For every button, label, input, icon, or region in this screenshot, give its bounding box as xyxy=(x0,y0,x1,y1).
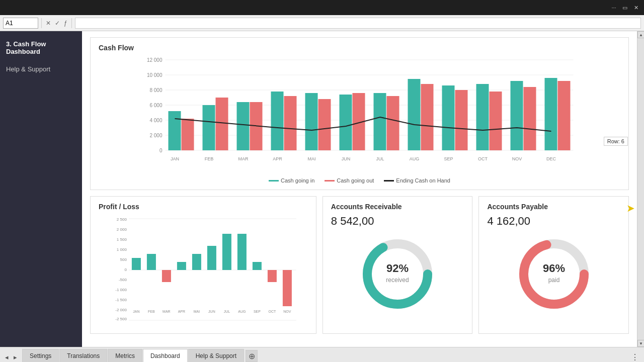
tab-prev-btn[interactable]: ◂ xyxy=(3,352,11,362)
svg-rect-24 xyxy=(374,93,386,150)
svg-text:96%: 96% xyxy=(543,262,565,275)
tab-help-support[interactable]: Help & Support xyxy=(188,349,244,362)
svg-text:OCT: OCT xyxy=(478,156,488,161)
svg-rect-22 xyxy=(340,95,352,150)
main-layout: 3. Cash Flow Dashboard Help & Support Ca… xyxy=(0,31,644,347)
tab-add-btn[interactable]: ⊕ xyxy=(246,350,258,362)
svg-rect-18 xyxy=(271,92,284,150)
svg-text:1 500: 1 500 xyxy=(117,237,127,242)
svg-text:JUN: JUN xyxy=(208,310,215,313)
svg-text:2 500: 2 500 xyxy=(117,217,127,222)
svg-text:0: 0 xyxy=(124,267,127,272)
svg-rect-31 xyxy=(490,92,502,150)
bottom-panels: Profit / Loss 2 500 2 000 1 500 1 000 50… xyxy=(90,196,629,334)
svg-rect-25 xyxy=(387,96,399,150)
svg-text:2 000: 2 000 xyxy=(149,133,162,138)
ar-value: 8 542,00 xyxy=(331,215,464,228)
svg-text:received: received xyxy=(386,277,409,284)
svg-rect-35 xyxy=(558,81,571,150)
scroll-thumb[interactable] xyxy=(637,38,644,340)
profit-loss-svg: 2 500 2 000 1 500 1 000 500 0 -500 -1 00… xyxy=(99,215,308,325)
sidebar-item-cashflow[interactable]: 3. Cash Flow Dashboard xyxy=(0,35,82,60)
svg-rect-29 xyxy=(455,90,468,150)
svg-text:MAI: MAI xyxy=(194,310,200,313)
svg-rect-67 xyxy=(207,246,216,270)
formula-bar: A1 ✕ ✓ ƒ xyxy=(0,15,644,31)
svg-rect-16 xyxy=(237,102,250,150)
svg-rect-19 xyxy=(284,96,297,150)
profit-loss-panel: Profit / Loss 2 500 2 000 1 500 1 000 50… xyxy=(90,196,316,334)
tab-more-btn[interactable]: ⋮ xyxy=(629,352,641,362)
titlebar-maximize[interactable]: ▭ xyxy=(621,4,629,12)
legend-out-label: Cash going out xyxy=(337,177,374,184)
tab-bar: ◂ ▸ Settings Translations Metrics Dashbo… xyxy=(0,347,644,362)
svg-text:MAR: MAR xyxy=(163,310,171,313)
cashflow-chart: 12 000 10 000 8 000 6 000 4 000 2 000 0 xyxy=(99,56,620,184)
tab-nav: ◂ ▸ xyxy=(0,352,22,362)
tab-dashboard[interactable]: Dashboard xyxy=(143,349,188,362)
legend-in-label: Cash going in xyxy=(281,177,314,184)
svg-text:92%: 92% xyxy=(386,262,409,275)
svg-rect-72 xyxy=(283,270,292,306)
tab-translations[interactable]: Translations xyxy=(59,349,107,362)
svg-text:500: 500 xyxy=(120,257,127,262)
svg-rect-66 xyxy=(192,254,201,270)
svg-text:APR: APR xyxy=(273,156,282,161)
svg-text:AUG: AUG xyxy=(238,310,246,313)
confirm-icon[interactable]: ✓ xyxy=(54,20,61,27)
svg-rect-33 xyxy=(524,87,536,150)
dashboard: Cash Flow 12 000 10 000 8 000 6 000 4 00… xyxy=(82,31,637,347)
profit-loss-title: Profit / Loss xyxy=(99,203,308,211)
svg-text:JAN: JAN xyxy=(171,156,179,161)
function-icon[interactable]: ƒ xyxy=(63,20,68,27)
tab-next-btn[interactable]: ▸ xyxy=(12,352,19,362)
ap-value: 4 162,00 xyxy=(487,215,620,228)
ap-title: Accounts Payable xyxy=(487,203,620,211)
formula-separator xyxy=(41,18,42,28)
svg-text:4 000: 4 000 xyxy=(149,118,162,123)
svg-text:APR: APR xyxy=(178,310,185,313)
legend-out-dot xyxy=(325,180,335,182)
svg-text:MAI: MAI xyxy=(307,156,315,161)
svg-text:AUG: AUG xyxy=(410,156,420,161)
cashflow-legend: Cash going in Cash going out Ending Cash… xyxy=(99,177,620,184)
content-area: Cash Flow 12 000 10 000 8 000 6 000 4 00… xyxy=(82,31,637,347)
svg-rect-71 xyxy=(268,270,277,282)
svg-rect-26 xyxy=(408,79,421,150)
legend-cash-in: Cash going in xyxy=(269,177,314,184)
sidebar: 3. Cash Flow Dashboard Help & Support xyxy=(0,31,82,347)
scroll-up-btn[interactable]: ▲ xyxy=(637,31,644,38)
svg-text:-500: -500 xyxy=(119,278,127,282)
svg-rect-27 xyxy=(421,84,434,150)
accounts-payable-panel: Accounts Payable 4 162,00 96% paid xyxy=(478,196,629,334)
svg-rect-21 xyxy=(318,99,331,150)
svg-rect-32 xyxy=(511,81,523,150)
legend-ending-dot xyxy=(384,180,394,182)
svg-text:NOV: NOV xyxy=(283,310,291,313)
scroll-right-arrow[interactable]: ➤ xyxy=(626,202,635,214)
tab-metrics[interactable]: Metrics xyxy=(108,349,142,362)
svg-text:6 000: 6 000 xyxy=(149,103,162,108)
cashflow-title: Cash Flow xyxy=(99,44,620,52)
svg-rect-28 xyxy=(442,85,455,150)
tab-bar-right: ⋮ xyxy=(258,352,644,362)
svg-rect-30 xyxy=(476,84,489,150)
svg-rect-62 xyxy=(132,258,141,270)
svg-text:OCT: OCT xyxy=(269,310,277,313)
row-indicator: Row: 6 xyxy=(604,137,628,146)
bar-jan-in xyxy=(169,111,181,150)
cell-reference[interactable]: A1 xyxy=(3,18,38,29)
svg-rect-63 xyxy=(147,254,156,270)
formula-input[interactable] xyxy=(75,18,641,29)
sidebar-item-help[interactable]: Help & Support xyxy=(0,60,82,78)
svg-text:FEB: FEB xyxy=(205,156,214,161)
cashflow-panel: Cash Flow 12 000 10 000 8 000 6 000 4 00… xyxy=(90,37,629,190)
tab-settings[interactable]: Settings xyxy=(22,349,59,362)
scroll-down-btn[interactable]: ▼ xyxy=(637,340,644,347)
svg-text:paid: paid xyxy=(548,277,559,284)
titlebar-close[interactable]: ✕ xyxy=(632,4,640,12)
svg-text:12 000: 12 000 xyxy=(147,57,163,63)
cancel-icon[interactable]: ✕ xyxy=(45,20,52,27)
titlebar-options[interactable]: ··· xyxy=(610,4,618,12)
cashflow-svg: 12 000 10 000 8 000 6 000 4 000 2 000 0 xyxy=(99,56,620,171)
